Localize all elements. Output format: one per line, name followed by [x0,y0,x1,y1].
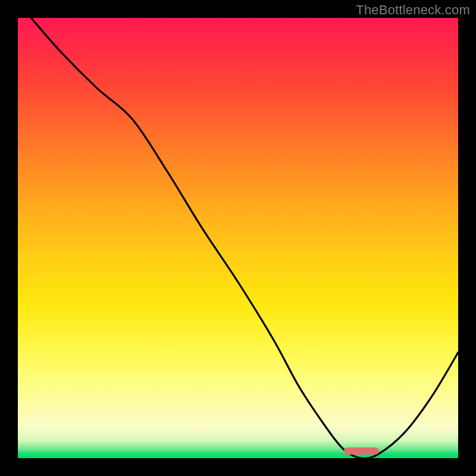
curve-path [31,18,458,458]
optimal-range-marker [344,447,379,455]
plot-area [18,18,458,458]
bottleneck-curve [18,18,458,458]
chart-stage: TheBottleneck.com [0,0,476,476]
watermark-text: TheBottleneck.com [356,2,470,18]
